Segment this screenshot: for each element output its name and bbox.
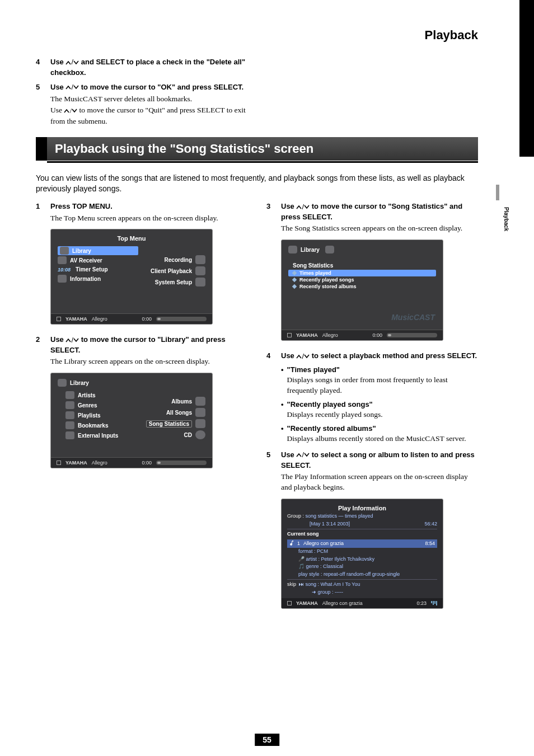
stats-icon xyxy=(195,419,205,428)
menu-item: CD xyxy=(184,432,192,438)
menu-item: All Songs xyxy=(166,410,192,416)
menu-item: Client Playback xyxy=(151,268,192,274)
step-desc: The Song Statistics screen appears on th… xyxy=(281,223,478,234)
step-number: 4 xyxy=(36,57,50,78)
step-3: 3 Use / to move the cursor to "Song Stat… xyxy=(266,201,478,234)
track-label: Allegro xyxy=(92,460,107,466)
up-down-icon: / xyxy=(65,82,79,92)
screenshot-top-menu: Top Menu Library AV Receiver 10:08Timer … xyxy=(50,229,213,325)
watermark: MusicCAST xyxy=(391,313,435,322)
song-name: Allegro con grazia xyxy=(303,540,344,548)
step-5: 5 Use / to select a song or album to lis… xyxy=(266,450,478,493)
ss-title: Top Menu xyxy=(58,235,205,242)
label: skip xyxy=(287,581,296,587)
setup-icon xyxy=(195,278,205,287)
menu-item: Information xyxy=(70,276,101,282)
time-label: 0:00 xyxy=(142,316,152,322)
menu-item: Artists xyxy=(78,392,96,398)
step-desc: The Top Menu screen appears on the on-sc… xyxy=(50,213,247,224)
artists-icon xyxy=(65,391,74,399)
info-line: group : ----- xyxy=(318,589,344,595)
step-number: 2 xyxy=(36,335,50,367)
menu-item: Genres xyxy=(78,402,97,408)
playlists-icon xyxy=(65,411,74,419)
step-2: 2 Use / to move the cursor to "Library" … xyxy=(36,335,247,367)
recording-icon xyxy=(195,255,205,264)
stats-icon xyxy=(325,246,334,253)
brand-label: YAMAHA xyxy=(296,600,318,606)
value: song statistics — times played xyxy=(306,513,373,519)
info-icon xyxy=(58,275,67,283)
side-black-tab xyxy=(519,0,534,157)
track-label: Allegro xyxy=(92,316,107,322)
bullet-desc: Displays recently played songs. xyxy=(287,410,478,420)
screenshot-song-statistics: Library Song Statistics Times played Rec… xyxy=(281,240,443,341)
time-label: 0:00 xyxy=(372,332,382,338)
current-song-label: Current song xyxy=(287,530,437,538)
bullet-heading: "Times played" xyxy=(287,365,478,375)
info-line: genre : Classical xyxy=(306,564,344,569)
brand-label: YAMAHA xyxy=(65,316,87,322)
menu-item: Timer Setup xyxy=(76,266,108,273)
section-intro: You can view lists of the songs that are… xyxy=(36,173,478,194)
track-label: Allegro xyxy=(322,332,338,338)
step-text: Use xyxy=(281,450,296,459)
page-number: 55 xyxy=(255,734,279,746)
bullet-icon: • xyxy=(281,400,284,420)
time-label: 0:00 xyxy=(142,460,152,466)
note-icon xyxy=(289,541,294,546)
step-desc: Use xyxy=(50,106,64,114)
step-text: to move the cursor to "OK" and press SEL… xyxy=(79,83,243,91)
receiver-icon xyxy=(58,256,67,264)
info-line: artist : Peter Ilyich Tchaikovsky xyxy=(306,556,374,562)
step-1: 1 Press TOP MENU. The Top Menu screen ap… xyxy=(36,201,247,223)
info-line: play style : repeat-off random-off group… xyxy=(287,571,437,579)
stop-icon xyxy=(287,601,292,605)
list-item: Recently stored albums xyxy=(299,284,357,289)
page-title: Playback xyxy=(425,28,478,43)
track-label: Allegro con grazia xyxy=(322,600,363,606)
step-number: 5 xyxy=(266,450,281,493)
progress-bar xyxy=(387,333,437,337)
ss-title: Library xyxy=(301,247,320,253)
clock-time: 10:08 xyxy=(58,267,72,273)
value: [May 1 3:14 2003] xyxy=(287,520,350,528)
step-5-pre: 5 Use / to move the cursor to "OK" and p… xyxy=(36,82,254,127)
ss-subtitle: Song Statistics xyxy=(288,262,436,269)
library-icon xyxy=(288,246,297,253)
menu-item: Library xyxy=(72,248,91,254)
step-text: and SELECT to place a check in the "Dele… xyxy=(50,58,245,77)
diamond-icon xyxy=(292,278,297,282)
step-4-pre: 4 Use / and SELECT to place a check in t… xyxy=(36,57,254,78)
time-label: 0:23 xyxy=(416,600,427,606)
up-down-icon: / xyxy=(296,351,310,361)
step-text: Use xyxy=(50,335,65,344)
step-text: Use xyxy=(50,58,65,66)
brand-label: YAMAHA xyxy=(65,460,87,466)
progress-bar xyxy=(156,461,207,465)
bookmarks-icon xyxy=(65,421,74,429)
library-icon xyxy=(58,379,67,387)
menu-item: External Inputs xyxy=(78,433,118,439)
info-line: song : What Am I To You xyxy=(306,581,360,587)
bullet-icon: • xyxy=(281,424,284,444)
menu-item: System Setup xyxy=(155,279,192,285)
list-item: Times played xyxy=(299,270,331,276)
menu-item: Playlists xyxy=(78,412,101,419)
screenshot-play-information: Play Information Group : song statistics… xyxy=(281,499,443,609)
total-time: 56:42 xyxy=(424,520,437,528)
eq-bars-icon xyxy=(431,601,437,605)
up-down-icon: / xyxy=(296,450,310,460)
up-down-icon: / xyxy=(64,106,77,116)
progress-bar xyxy=(156,317,207,321)
info-line: format : PCM xyxy=(287,548,437,556)
screenshot-library: Library Artists Genres Playlists Bookmar… xyxy=(50,373,213,468)
bullet-icon: • xyxy=(281,365,284,396)
ss-title: Library xyxy=(70,380,89,386)
bullet-heading: "Recently stored albums" xyxy=(287,424,478,434)
external-icon xyxy=(65,431,74,439)
label: Group : xyxy=(287,513,304,519)
step-text: to select a playback method and press SE… xyxy=(310,351,477,360)
side-grey-block xyxy=(496,185,499,200)
menu-item: Albums xyxy=(171,398,192,405)
